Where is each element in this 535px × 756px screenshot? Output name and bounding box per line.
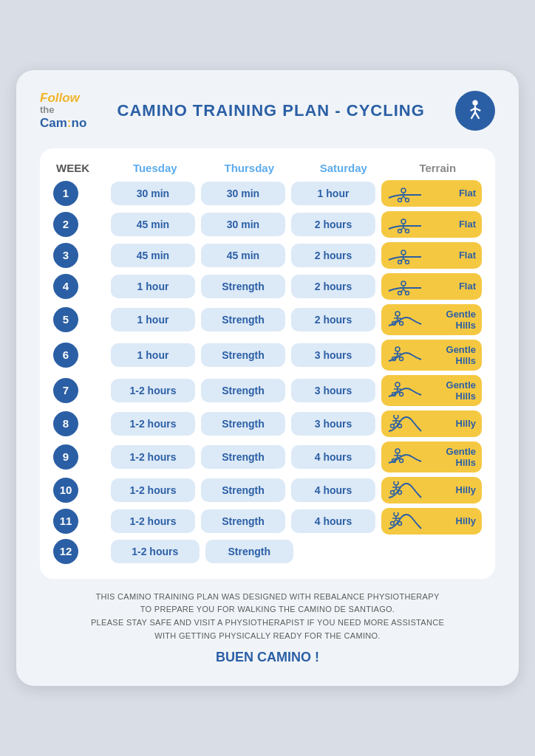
week-number: 4 bbox=[53, 274, 78, 299]
terrain-icon bbox=[387, 512, 423, 530]
terrain-cell: Hilly bbox=[381, 508, 482, 535]
tuesday-cell: 1 hour bbox=[111, 275, 195, 298]
svg-point-19 bbox=[406, 229, 409, 233]
svg-point-69 bbox=[394, 481, 398, 485]
logo: Follow the Cam:no bbox=[40, 91, 86, 131]
week-number: 11 bbox=[53, 509, 78, 534]
svg-point-12 bbox=[406, 198, 409, 202]
svg-point-27 bbox=[401, 281, 406, 286]
footer-buen-camino: BUEN CAMINO ! bbox=[40, 650, 495, 665]
svg-point-25 bbox=[398, 260, 402, 264]
tuesday-cell: 1-2 hours bbox=[111, 412, 195, 436]
logo-the: the bbox=[40, 105, 55, 116]
table-row: 121-2 hoursStrength bbox=[53, 539, 482, 564]
table-row: 111-2 hoursStrength4 hours Hilly bbox=[53, 508, 482, 535]
svg-point-48 bbox=[395, 382, 400, 387]
terrain-icon bbox=[387, 216, 423, 233]
logo-camino: Cam:no bbox=[40, 116, 86, 131]
table-row: 71-2 hoursStrength3 hours Gentle Hills bbox=[53, 375, 482, 406]
thursday-cell: Strength bbox=[201, 445, 285, 469]
week-cell: 2 bbox=[53, 212, 105, 237]
week-number: 7 bbox=[53, 378, 78, 403]
svg-point-13 bbox=[401, 219, 406, 224]
week-cell: 12 bbox=[53, 539, 105, 564]
svg-point-60 bbox=[391, 424, 395, 427]
svg-point-74 bbox=[391, 490, 395, 494]
terrain-icon bbox=[387, 346, 423, 364]
table-row: 101-2 hoursStrength4 hours Hilly bbox=[53, 477, 482, 504]
card: Follow the Cam:no CAMINO TRAINING PLAN -… bbox=[16, 70, 519, 686]
terrain-label: Flat bbox=[426, 250, 476, 261]
saturday-cell: 4 hours bbox=[291, 509, 375, 533]
svg-point-47 bbox=[400, 357, 403, 360]
terrain-cell: Gentle Hills bbox=[381, 304, 482, 335]
page-title: CAMINO TRAINING PLAN - CYCLING bbox=[86, 101, 455, 120]
col-thursday: Thursday bbox=[205, 162, 294, 174]
terrain-cell: Gentle Hills bbox=[381, 375, 482, 406]
week-cell: 1 bbox=[53, 181, 105, 206]
week-number: 8 bbox=[53, 411, 78, 436]
col-week: WEEK bbox=[53, 162, 105, 174]
terrain-icon bbox=[387, 311, 423, 329]
terrain-label: Gentle Hills bbox=[426, 344, 476, 366]
terrain-cell: Flat bbox=[381, 180, 482, 207]
saturday-cell: 2 hours bbox=[291, 308, 375, 331]
saturday-cell: 3 hours bbox=[291, 379, 375, 402]
logo-camino-line: the bbox=[40, 105, 86, 116]
svg-point-55 bbox=[394, 415, 398, 419]
svg-point-33 bbox=[406, 291, 409, 295]
cycling-icon bbox=[455, 91, 495, 131]
terrain-label: Hilly bbox=[426, 418, 476, 429]
svg-point-81 bbox=[391, 521, 395, 525]
thursday-cell: Strength bbox=[205, 540, 294, 563]
col-tuesday: Tuesday bbox=[111, 162, 200, 174]
week-number: 1 bbox=[53, 181, 78, 206]
thursday-cell: Strength bbox=[201, 478, 285, 502]
terrain-label: Flat bbox=[426, 281, 476, 292]
week-cell: 4 bbox=[53, 274, 105, 299]
terrain-icon bbox=[387, 185, 423, 202]
svg-point-62 bbox=[395, 449, 400, 453]
week-number: 10 bbox=[53, 478, 78, 503]
thursday-cell: 30 min bbox=[201, 182, 285, 205]
rows-container: 130 min30 min1 hour Flat 245 min30 min2 … bbox=[53, 180, 482, 564]
terrain-cell: Flat bbox=[381, 211, 482, 238]
thursday-cell: Strength bbox=[201, 509, 285, 533]
week-number: 6 bbox=[53, 343, 78, 368]
svg-point-0 bbox=[472, 100, 477, 105]
saturday-cell: 2 hours bbox=[291, 213, 375, 236]
tuesday-cell: 1 hour bbox=[111, 343, 195, 367]
week-cell: 11 bbox=[53, 509, 105, 534]
col-terrain: Terrain bbox=[394, 162, 483, 174]
tuesday-cell: 45 min bbox=[111, 213, 195, 236]
tuesday-cell: 1-2 hours bbox=[111, 478, 195, 502]
thursday-cell: 30 min bbox=[201, 213, 285, 236]
terrain-label: Hilly bbox=[426, 484, 476, 495]
terrain-icon bbox=[387, 382, 423, 399]
svg-point-61 bbox=[398, 424, 402, 427]
week-cell: 5 bbox=[53, 307, 105, 332]
table-row: 245 min30 min2 hours Flat bbox=[53, 211, 482, 238]
table-row: 81-2 hoursStrength3 hours Hilly bbox=[53, 410, 482, 437]
terrain-label: Gentle Hills bbox=[426, 379, 476, 402]
terrain-icon bbox=[387, 278, 423, 295]
terrain-icon bbox=[387, 448, 423, 466]
svg-point-18 bbox=[398, 229, 402, 233]
week-cell: 6 bbox=[53, 343, 105, 368]
tuesday-cell: 1-2 hours bbox=[111, 445, 195, 469]
svg-point-26 bbox=[406, 260, 409, 264]
svg-point-41 bbox=[395, 347, 400, 351]
terrain-icon bbox=[387, 481, 423, 499]
svg-point-11 bbox=[398, 198, 402, 202]
tuesday-cell: 1-2 hours bbox=[111, 540, 200, 563]
logo-follow: Follow bbox=[40, 91, 86, 106]
terrain-cell: Hilly bbox=[381, 477, 482, 504]
table-row: 130 min30 min1 hour Flat bbox=[53, 180, 482, 207]
column-headers: WEEK Tuesday Thursday Saturday Terrain bbox=[53, 162, 482, 174]
svg-point-54 bbox=[400, 392, 403, 396]
saturday-cell: 4 hours bbox=[291, 445, 375, 469]
footer-text: This Camino Training Plan was designed w… bbox=[40, 591, 495, 642]
saturday-cell: 2 hours bbox=[291, 275, 375, 298]
thursday-cell: Strength bbox=[201, 343, 285, 367]
svg-point-76 bbox=[394, 512, 398, 516]
